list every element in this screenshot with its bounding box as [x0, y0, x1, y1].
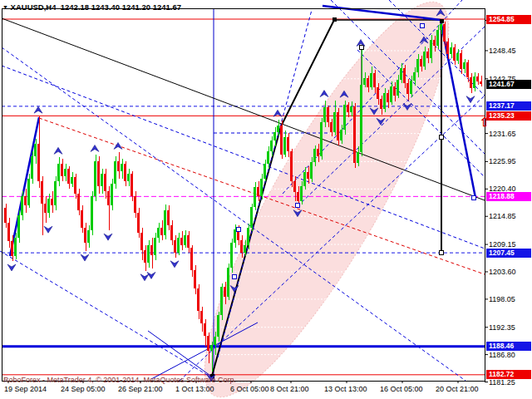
candle-bull — [400, 68, 402, 80]
candle-bull — [310, 162, 313, 179]
candle-bear — [167, 210, 170, 225]
candle-bear — [453, 47, 456, 61]
candle-bear — [170, 225, 173, 240]
candle-bear — [470, 77, 472, 88]
trend-line[interactable] — [0, 251, 213, 378]
candle-bull — [54, 181, 57, 206]
candle-bull — [34, 144, 37, 156]
candle-bear — [317, 149, 319, 156]
candle-bull — [333, 112, 336, 132]
object-handle[interactable] — [332, 17, 337, 22]
chart-canvas[interactable] — [0, 0, 532, 399]
candle-bull — [127, 174, 130, 181]
object-handle[interactable] — [233, 275, 237, 279]
candle-bull — [273, 132, 276, 141]
candle-bull — [313, 149, 316, 162]
ohlc-open: 1242.18 — [61, 2, 89, 12]
candle-bear — [373, 73, 376, 87]
candle-bear — [280, 126, 283, 155]
level-price-badge: 1188.46 — [486, 342, 531, 351]
candle-bull — [463, 62, 466, 68]
candle-bull — [214, 337, 216, 345]
candle-bull — [114, 161, 116, 184]
candle-bear — [337, 112, 339, 140]
candle-bull — [91, 196, 93, 231]
candle-bull — [17, 215, 20, 238]
y-axis-label: 1203.60 — [489, 268, 516, 276]
candle-bear — [117, 161, 120, 171]
symbol-dropdown-icon[interactable]: ▼ — [2, 4, 8, 10]
candle-bull — [220, 287, 223, 315]
x-axis-label: 19 Sep 2014 — [4, 385, 47, 393]
candle-bear — [44, 204, 47, 214]
candle-bull — [121, 164, 123, 171]
candle-bear — [194, 270, 196, 288]
candle-bear — [197, 288, 200, 312]
candle-bear — [393, 86, 396, 96]
object-handle[interactable] — [237, 228, 241, 232]
candle-bull — [413, 72, 416, 81]
candle-bear — [160, 228, 163, 235]
object-handle[interactable] — [296, 204, 300, 208]
trend-line[interactable] — [10, 117, 39, 256]
candle-bull — [390, 86, 392, 102]
candle-bull — [270, 140, 273, 151]
candle-bull — [57, 164, 60, 181]
candle-bear — [24, 196, 27, 206]
candle-bull — [410, 81, 412, 95]
candle-bull — [383, 93, 386, 109]
candle-bear — [387, 93, 389, 102]
object-handle[interactable] — [472, 196, 476, 200]
candle-bull — [147, 245, 150, 263]
y-axis-label: 1192.35 — [489, 323, 515, 332]
candle-bull — [473, 76, 475, 88]
candle-bear — [77, 194, 80, 211]
candle-bear — [443, 24, 446, 42]
candle-bear — [104, 174, 106, 191]
candle-bull — [300, 186, 303, 201]
object-handle[interactable] — [440, 251, 444, 255]
candle-bull — [164, 210, 166, 235]
candle-bear — [327, 107, 329, 122]
candle-bear — [150, 245, 153, 255]
y-axis-label: 1214.85 — [489, 212, 516, 220]
candle-bull — [456, 53, 459, 61]
x-axis-label: 24 Sep 05:00 — [61, 385, 106, 393]
fractal-down-icon — [104, 234, 112, 240]
fractal-down-icon — [44, 226, 52, 233]
fractal-down-icon — [81, 254, 89, 261]
candle-bull — [21, 196, 23, 216]
candle-bear — [61, 164, 63, 176]
candle-bear — [240, 240, 243, 253]
object-handle[interactable] — [360, 46, 364, 50]
x-axis-label: 20 Oct 21:00 — [436, 385, 479, 393]
candle-bull — [363, 78, 366, 85]
level-price-badge: 1237.17 — [486, 101, 531, 111]
object-handle[interactable] — [440, 135, 444, 140]
y-axis-label: 1225.95 — [489, 157, 516, 165]
current-price-badge: 1241.67 — [486, 80, 531, 89]
candle-bull — [303, 172, 306, 186]
fractal-down-icon — [7, 264, 16, 271]
candle-bull — [343, 105, 346, 129]
candle-bull — [436, 30, 439, 46]
candle-bull — [154, 238, 156, 255]
candle-bear — [293, 181, 296, 192]
candle-bear — [367, 78, 369, 86]
candle-bull — [101, 174, 103, 186]
candle-bear — [224, 287, 226, 297]
object-handle[interactable] — [440, 19, 444, 23]
candle-bull — [177, 238, 180, 253]
candle-bull — [340, 130, 342, 141]
level-price-badge: 1182.72 — [486, 370, 531, 379]
candle-bear — [41, 181, 43, 204]
object-handle[interactable] — [421, 24, 425, 28]
fractal-down-icon — [147, 272, 155, 278]
candle-bull — [440, 24, 442, 30]
trend-line[interactable] — [148, 331, 213, 377]
candle-bear — [347, 105, 349, 111]
candle-bull — [277, 126, 279, 132]
broker-watermark: RoboForex - MetaTrader 4, © 2001-2014, M… — [3, 376, 236, 384]
candle-bear — [37, 144, 40, 180]
candle-bull — [260, 179, 263, 196]
